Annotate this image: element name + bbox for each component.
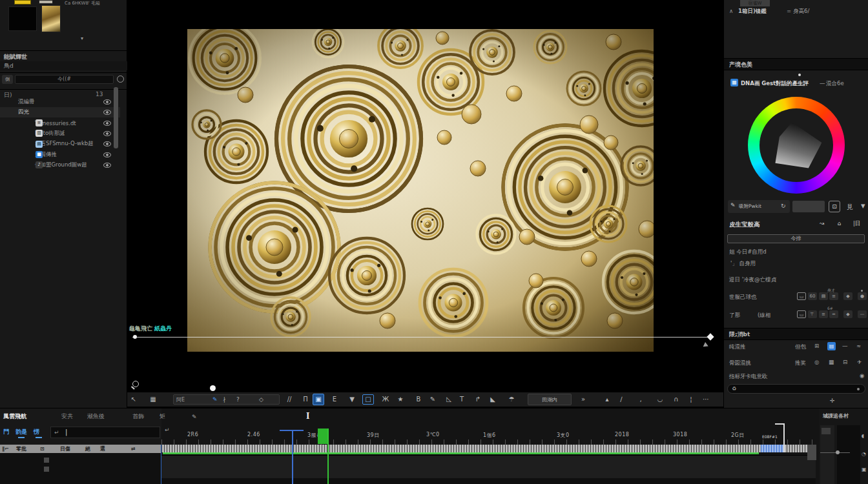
- diamond-icon[interactable]: ◇: [259, 396, 264, 403]
- wedge-tool-icon[interactable]: ▼: [346, 392, 358, 407]
- filter-button[interactable]: 倒: [2, 75, 13, 84]
- mini-slider-track-b[interactable]: [837, 425, 860, 484]
- tab-item[interactable]: 安共: [61, 412, 73, 421]
- selection-tool-icon[interactable]: ↖: [128, 392, 140, 407]
- expression-input[interactable]: ♻: [727, 384, 865, 394]
- comma-icon[interactable]: ‚: [635, 392, 646, 407]
- mode-chip[interactable]: 韵是: [16, 428, 27, 436]
- pin-icon[interactable]: ¦: [685, 392, 697, 407]
- more-icon[interactable]: ⋯: [700, 392, 712, 407]
- thumbnail-gold[interactable]: [41, 5, 61, 32]
- timecode-input[interactable]: ↵ |: [50, 427, 160, 438]
- option-chip[interactable]: =: [829, 310, 838, 318]
- color-wheel-triangle[interactable]: [765, 115, 828, 175]
- visibility-toggle-icon[interactable]: [103, 141, 111, 146]
- option-chip[interactable]: ▭: [797, 310, 806, 318]
- panel-value[interactable]: 鳥d: [0, 61, 127, 70]
- track-tool[interactable]: ∥⌐: [2, 445, 9, 453]
- clock-icon[interactable]: ◔: [862, 451, 866, 457]
- copy-icon[interactable]: ⊡: [829, 201, 840, 212]
- wide-button[interactable]: 今排: [727, 234, 865, 243]
- corner-tool-icon[interactable]: ◺: [443, 392, 455, 407]
- recycle-icon[interactable]: ♻: [732, 386, 736, 392]
- search-icon[interactable]: [117, 76, 124, 83]
- option-chip[interactable]: ●: [858, 292, 867, 300]
- star-tool-icon[interactable]: ★: [395, 392, 406, 407]
- doc-icon[interactable]: ⊟: [843, 359, 847, 365]
- track-tool[interactable]: 零批: [16, 445, 26, 453]
- option-chip[interactable]: ▤: [819, 292, 828, 300]
- track-tool[interactable]: ⇄: [131, 445, 136, 453]
- grid-tool-icon[interactable]: ▦: [147, 392, 159, 407]
- slider-handle[interactable]: [210, 385, 216, 391]
- help-icon[interactable]: ?: [236, 396, 240, 403]
- active-blend-icon[interactable]: ▤: [827, 342, 836, 350]
- layer-row[interactable]: ▤老店SFSmnu-Q-wkb超: [0, 139, 120, 149]
- option-chip[interactable]: —: [858, 310, 867, 318]
- reset-icon[interactable]: ↻: [781, 203, 786, 209]
- option-chip[interactable]: ◆: [843, 292, 852, 300]
- turn-tool-icon[interactable]: ↱: [472, 392, 484, 407]
- visibility-toggle-icon[interactable]: [103, 163, 111, 168]
- visibility-toggle-icon[interactable]: [103, 99, 111, 105]
- timeline-scroll-thumb[interactable]: [807, 445, 816, 460]
- toolbar-dropdown[interactable]: 田湖内: [528, 394, 572, 405]
- target-icon[interactable]: ◎: [814, 359, 819, 365]
- mode-chip[interactable]: 愣: [34, 428, 39, 436]
- type-tool-icon[interactable]: T: [456, 392, 468, 407]
- track-toggle[interactable]: [44, 467, 49, 472]
- loop-icon[interactable]: ↵: [165, 427, 170, 433]
- screen-icon[interactable]: ⊞: [814, 343, 819, 349]
- layer-row[interactable]: ▥Mato街那誕: [0, 128, 120, 139]
- panel-top-button[interactable]: 宿雀W: [740, 0, 770, 6]
- wave-icon[interactable]: ≈: [856, 343, 861, 349]
- tab-active[interactable]: 風雲飛航: [3, 412, 26, 421]
- color-value-input[interactable]: [792, 201, 825, 212]
- effect-icon[interactable]: ▦: [730, 79, 738, 86]
- dash-icon[interactable]: —: [842, 343, 848, 349]
- thumbnail-yellow[interactable]: [14, 0, 31, 5]
- swatch-icon[interactable]: 見: [847, 203, 853, 212]
- umbrella-tool-icon[interactable]: ☂: [506, 392, 517, 407]
- fill-corner-tool-icon[interactable]: ◣: [487, 392, 499, 407]
- track-tool[interactable]: ⊡: [40, 445, 45, 453]
- track-tool[interactable]: 絕: [85, 445, 90, 453]
- small-add-icon[interactable]: ▴: [601, 392, 613, 407]
- slash-tool-icon[interactable]: //: [284, 392, 295, 407]
- visibility-toggle-icon[interactable]: [103, 131, 111, 136]
- active-shape-tool-icon[interactable]: ▣: [313, 394, 324, 405]
- bars-icon[interactable]: |日: [853, 220, 860, 228]
- visibility-toggle-icon[interactable]: [103, 152, 111, 157]
- chevron-down-icon[interactable]: ▾: [81, 35, 83, 41]
- layer-row[interactable]: ≡Tomessuries.dt: [0, 118, 120, 128]
- layer-row[interactable]: ■光圓傳推: [0, 150, 120, 160]
- option-chip[interactable]: ▭: [797, 292, 806, 300]
- pen-blue-icon[interactable]: ✎: [212, 396, 218, 403]
- playhead-line[interactable]: [327, 429, 329, 484]
- e-tool-icon[interactable]: E: [329, 392, 340, 407]
- eyedropper-icon[interactable]: ✎: [730, 202, 736, 208]
- end-marker-line[interactable]: [783, 423, 785, 452]
- magnet-icon[interactable]: ∩: [670, 392, 682, 407]
- option-chip[interactable]: ≡: [819, 310, 828, 318]
- layer-row[interactable]: 四光: [0, 107, 120, 117]
- blue-playhead-line[interactable]: [292, 430, 293, 484]
- option-chip[interactable]: ◆: [843, 310, 852, 318]
- slash-icon[interactable]: ∕: [615, 392, 627, 407]
- curve-arrow-icon[interactable]: ↝: [820, 220, 824, 227]
- collapse-icon[interactable]: ∧: [729, 8, 733, 14]
- toolbar-field[interactable]: 阿E ✎∤?◇: [173, 394, 280, 405]
- work-area-bar[interactable]: [163, 452, 759, 454]
- timeline[interactable]: ↵ 2R62.463服#39日3℃01個63支0201830182G日 E08F…: [161, 408, 818, 484]
- row3-label[interactable]: 迎日 '冷夜@亡樓貞: [729, 276, 776, 284]
- mini-thumb[interactable]: [822, 428, 831, 434]
- search-input[interactable]: 今((#: [15, 75, 114, 84]
- column-tool-icon[interactable]: Π: [300, 392, 311, 407]
- track-area[interactable]: [161, 455, 816, 478]
- color-wheel[interactable]: [748, 97, 845, 194]
- track-tool[interactable]: 選: [100, 445, 105, 453]
- pen-tool-icon[interactable]: ✎: [427, 392, 439, 407]
- mode-chip[interactable]: 門: [3, 428, 9, 436]
- visibility-toggle-icon[interactable]: [103, 121, 111, 126]
- row2-label[interactable]: '」 自身用: [730, 260, 756, 268]
